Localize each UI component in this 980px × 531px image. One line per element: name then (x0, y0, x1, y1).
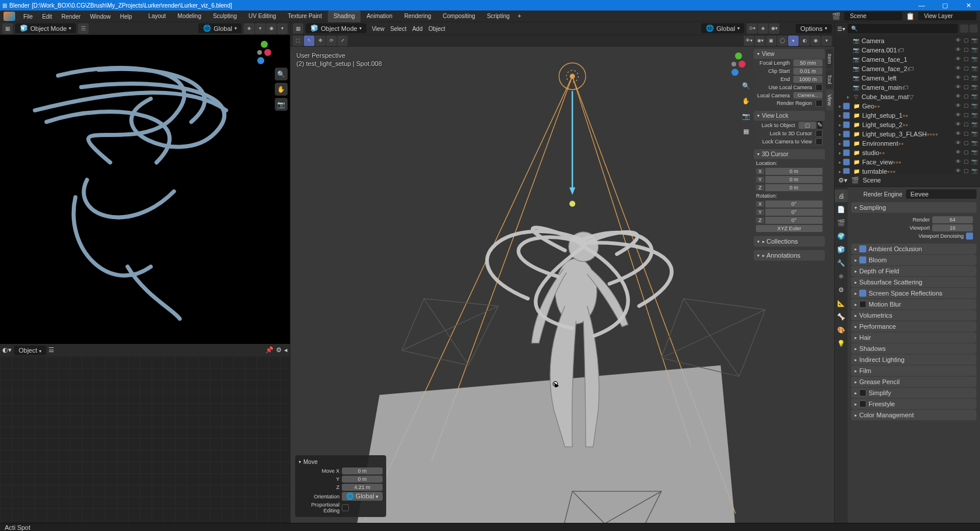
outliner-row-studio[interactable]: ▸📁studio ●●👁▢📷 (835, 148, 980, 157)
expand-toggle[interactable]: ▸ (837, 169, 843, 174)
section-indirect-lighting[interactable]: Indirect Lighting (851, 354, 977, 365)
mid-viewport[interactable]: User Perspective (2) test_light_setup | … (290, 47, 834, 523)
section-color-management[interactable]: Color Management (851, 410, 977, 420)
section-sampling[interactable]: Sampling (851, 202, 977, 213)
eye-icon[interactable]: 👁 (954, 131, 961, 138)
gizmo-toggle-icon[interactable]: 👁▾ (744, 36, 754, 46)
section-screen-space-reflections[interactable]: Screen Space Reflections (851, 288, 977, 298)
viewport-disable-icon[interactable]: ▢ (963, 149, 970, 156)
expand-toggle[interactable]: ▸ (837, 104, 843, 109)
viewport-menu-object[interactable]: Object (425, 26, 448, 32)
render-disable-icon[interactable]: 📷 (971, 93, 978, 100)
cursor-rx-input[interactable]: 0° (765, 201, 822, 208)
tab-compositing[interactable]: Compositing (437, 10, 481, 22)
viewport-disable-icon[interactable]: ▢ (963, 140, 970, 147)
prop-tab-material[interactable]: 🎨 (835, 323, 848, 336)
proportional-icon[interactable]: ◉▾ (769, 23, 779, 34)
viewlayer-selector[interactable]: View Layer (918, 12, 977, 20)
render-disable-icon[interactable]: 📷 (971, 47, 978, 54)
viewport-disable-icon[interactable]: ▢ (963, 112, 970, 119)
outliner-row-turntable[interactable]: ▸📁turntable ●●●👁▢📷 (835, 167, 980, 174)
rendered-shading-icon[interactable]: ◉ (810, 36, 821, 46)
menu-window[interactable]: Window (85, 13, 116, 20)
outliner-row-light-setup-3-flash[interactable]: ▸📁Light_setup_3_FLASH ●●●●👁▢📷 (835, 129, 980, 139)
eye-icon[interactable]: 👁 (954, 93, 961, 100)
menu-file[interactable]: File (19, 13, 37, 20)
wireframe-shading-icon[interactable]: ◯ (777, 36, 788, 46)
outliner-search-input[interactable]: 🔍 (848, 24, 958, 33)
options-icon[interactable]: ☰ (78, 23, 89, 34)
window-maximize[interactable]: ▢ (933, 0, 957, 10)
outliner-row-cube-base-mat[interactable]: ▸▽Cube_base_mat ▽👁▢📷 (835, 92, 980, 101)
menu-help[interactable]: Help (116, 13, 137, 20)
rotate-tool-icon[interactable]: ⟳ (326, 36, 337, 46)
options-menu[interactable]: Options ▾ (796, 24, 832, 33)
lock-cursor-checkbox[interactable] (816, 130, 822, 137)
viewport-disable-icon[interactable]: ▢ (963, 37, 970, 44)
shader-editor-type-icon[interactable]: ◐▾ (2, 346, 12, 354)
orientation-selector[interactable]: 🌐 Global ▾ (342, 492, 383, 501)
n-tab-tool[interactable]: Tool (826, 70, 833, 89)
clip-end-input[interactable]: 1000 m (793, 76, 822, 83)
camera-icon[interactable]: 📷 (275, 98, 288, 111)
eye-icon[interactable]: 👁 (954, 159, 961, 166)
collection-checkbox[interactable] (843, 103, 850, 110)
section-shadows[interactable]: Shadows (851, 343, 977, 354)
prop-tab-scene-props[interactable]: 🌍 (835, 230, 848, 242)
render-disable-icon[interactable]: 📷 (971, 84, 978, 91)
viewport-disable-icon[interactable]: ▢ (963, 131, 970, 138)
prop-input-viewport[interactable]: 16 (932, 224, 973, 231)
prop-tab-particles[interactable]: ⚙ (835, 283, 848, 296)
properties-type-icon[interactable]: ⚙▾ (838, 177, 848, 184)
render-disable-icon[interactable]: 📷 (971, 131, 978, 138)
render-disable-icon[interactable]: 📷 (971, 121, 978, 128)
render-disable-icon[interactable]: 📷 (971, 159, 978, 166)
tab-rendering[interactable]: Rendering (398, 10, 437, 22)
outliner-row-camera[interactable]: 📷Camera👁▢📷 (835, 36, 980, 45)
prop-tab-viewlayer[interactable]: 🎬 (835, 216, 848, 229)
rotation-mode-selector[interactable]: XYZ Euler (756, 225, 822, 232)
solid-shading-icon[interactable]: ● (788, 36, 799, 46)
tab-uv-editing[interactable]: UV Editing (243, 10, 282, 22)
lock-obj-selector[interactable]: ▢ (799, 122, 816, 129)
eye-icon[interactable]: 👁 (954, 121, 961, 128)
outliner-type-icon[interactable]: ☰▾ (837, 26, 845, 32)
zoom-icon[interactable]: 🔍 (275, 68, 288, 80)
prop-tab-render[interactable]: 🖨 (835, 189, 848, 202)
local-camera-checkbox[interactable] (816, 84, 822, 91)
select-box-icon[interactable]: ⬚ (293, 36, 303, 46)
shader-type-selector[interactable]: Object ▾ (14, 346, 46, 355)
render-disable-icon[interactable]: 📷 (971, 103, 978, 110)
section-checkbox[interactable] (859, 400, 866, 407)
eye-icon[interactable]: 👁 (954, 75, 961, 82)
eye-icon[interactable]: 👁 (954, 47, 961, 54)
focal-length-input[interactable]: 50 mm (793, 59, 822, 66)
viewport-disable-icon[interactable]: ▢ (963, 168, 970, 174)
render-disable-icon[interactable]: 📷 (971, 56, 978, 63)
cursor-tool-icon[interactable]: ↖ (304, 36, 314, 46)
global-orientation[interactable]: 🌐Global▾ (198, 23, 242, 33)
tab-animation[interactable]: Animation (360, 10, 398, 22)
render-disable-icon[interactable]: 📷 (971, 65, 978, 72)
prop-tab-constraints[interactable]: 🦴 (835, 310, 848, 323)
collection-checkbox[interactable] (843, 131, 850, 138)
shader-options-icon[interactable]: ☰ (48, 346, 54, 354)
prop-tab-modifiers[interactable]: ⚛ (835, 270, 848, 283)
tab-sculpting[interactable]: Sculpting (207, 10, 243, 22)
hand-icon[interactable]: ✋ (275, 83, 288, 96)
xray-icon[interactable]: ▣ (766, 36, 776, 46)
menu-edit[interactable]: Edit (37, 13, 57, 20)
render-disable-icon[interactable]: 📷 (971, 149, 978, 156)
perspective-icon[interactable]: ▦ (740, 125, 752, 138)
n-viewlock-header[interactable]: View Lock (754, 111, 825, 121)
collection-checkbox[interactable] (843, 140, 850, 147)
render-disable-icon[interactable]: 📷 (971, 75, 978, 82)
outliner-row-light-setup-1[interactable]: ▸📁Light_setup_1 ●●👁▢📷 (835, 111, 980, 120)
lock-camera-checkbox[interactable] (816, 138, 822, 145)
viewport-disable-icon[interactable]: ▢ (963, 65, 970, 72)
expand-toggle[interactable]: ▸ (845, 94, 851, 100)
render-engine-selector[interactable]: Eevee (906, 189, 977, 199)
snap-icon[interactable]: ◈ (244, 23, 254, 34)
window-minimize[interactable]: — (910, 0, 933, 10)
shader-arrow-icon[interactable]: ◂ (284, 346, 288, 354)
